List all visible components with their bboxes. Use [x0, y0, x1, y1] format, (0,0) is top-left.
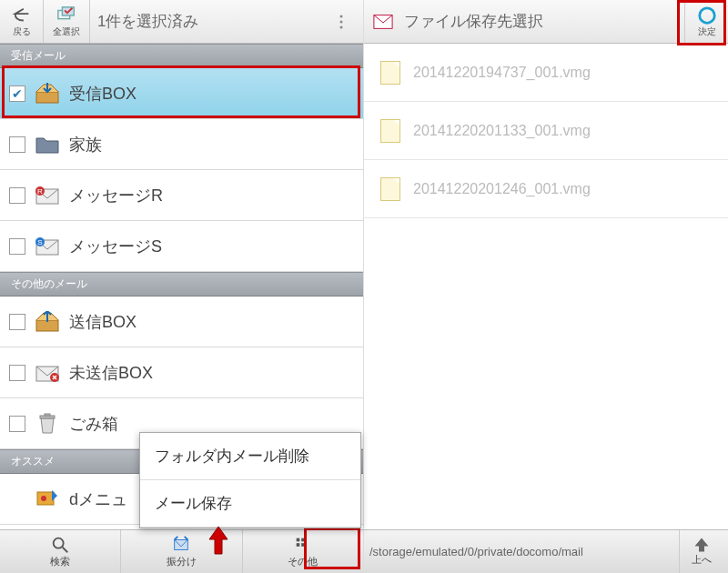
envelope-r-icon: R — [35, 185, 60, 206]
folder-item-messageR[interactable]: R メッセージR — [0, 170, 363, 221]
select-all-button[interactable]: 全選択 — [44, 0, 90, 43]
checkbox-family[interactable] — [9, 136, 25, 153]
file-icon — [380, 61, 400, 85]
svg-rect-22 — [301, 538, 305, 542]
select-all-icon — [56, 5, 76, 25]
list-item[interactable]: 20141220201246_001.vmg — [364, 160, 728, 218]
search-label: 検索 — [50, 555, 70, 568]
svg-point-4 — [340, 25, 343, 28]
checkbox-unsent[interactable] — [9, 365, 25, 381]
outbox-icon — [35, 311, 60, 333]
more-dots-icon — [293, 535, 313, 555]
section-header-inbox: 受信メール — [0, 44, 363, 68]
folder-label: 受信BOX — [69, 83, 136, 105]
back-button[interactable]: 戻る — [0, 0, 44, 43]
svg-rect-24 — [301, 543, 305, 547]
svg-rect-21 — [296, 538, 299, 542]
folder-label: メッセージS — [69, 236, 162, 257]
svg-text:S: S — [37, 238, 42, 246]
search-icon — [50, 535, 70, 555]
folder-item-messageS[interactable]: S メッセージS — [0, 221, 363, 272]
folder-item-unsent[interactable]: 未送信BOX — [0, 347, 363, 398]
right-title: ファイル保存先選択 — [402, 11, 684, 32]
vertical-handle-icon — [337, 12, 346, 32]
list-item[interactable]: 20141220194737_001.vmg — [364, 44, 728, 102]
checkbox-trash[interactable] — [9, 416, 25, 432]
file-name: 20141220201246_001.vmg — [413, 181, 591, 197]
storage-path: /storage/emulated/0/private/docomo/mail — [369, 545, 679, 558]
folder-item-inbox[interactable]: 受信BOX — [0, 68, 363, 119]
file-name: 20141220201133_001.vmg — [413, 123, 591, 139]
up-button[interactable]: 上へ — [679, 530, 723, 573]
folder-label: ごみ箱 — [69, 413, 118, 435]
select-all-label: 全選択 — [53, 25, 80, 38]
folder-item-family[interactable]: 家族 — [0, 119, 363, 170]
folder-icon — [35, 134, 60, 156]
selection-count-title: 1件を選択済み — [90, 11, 319, 32]
right-toolbar: ファイル保存先選択 決定 — [364, 0, 728, 44]
svg-point-18 — [41, 496, 46, 501]
envelope-icon — [373, 12, 393, 32]
left-bottom-toolbar: 検索 振分け その他 — [0, 529, 363, 573]
confirm-button[interactable]: 決定 — [684, 0, 728, 43]
svg-rect-16 — [45, 414, 50, 416]
svg-text:R: R — [37, 187, 43, 196]
list-item[interactable]: 20141220201133_001.vmg — [364, 102, 728, 160]
checkbox-outbox[interactable] — [9, 314, 25, 330]
section-header-other: その他のメール — [0, 272, 363, 297]
unsent-icon — [35, 362, 60, 384]
checkbox-inbox[interactable] — [9, 85, 25, 102]
sort-icon — [171, 535, 191, 555]
trash-icon — [35, 413, 60, 435]
svg-point-2 — [340, 15, 343, 17]
toolbar-divider — [319, 0, 363, 43]
checkbox-msgR[interactable] — [9, 187, 25, 204]
dmenu-icon — [35, 488, 60, 510]
file-icon — [380, 119, 400, 143]
folder-label: 未送信BOX — [69, 362, 153, 384]
back-label: 戻る — [13, 25, 31, 38]
inbox-icon — [35, 83, 60, 105]
path-bar: /storage/emulated/0/private/docomo/mail … — [364, 529, 728, 573]
file-icon — [380, 177, 400, 201]
mail-icon-button — [364, 0, 402, 43]
folder-label: 送信BOX — [69, 311, 136, 333]
folder-label: 家族 — [69, 134, 102, 156]
confirm-circle-icon — [697, 5, 717, 25]
svg-rect-5 — [36, 92, 58, 103]
envelope-s-icon: S — [35, 236, 60, 257]
svg-point-19 — [54, 538, 64, 548]
sort-label: 振分け — [167, 555, 197, 568]
popup-delete-in-folder[interactable]: フォルダ内メール削除 — [140, 433, 360, 480]
folder-item-outbox[interactable]: 送信BOX — [0, 297, 363, 347]
file-name: 20141220194737_001.vmg — [413, 65, 591, 81]
other-button[interactable]: その他 — [243, 530, 363, 573]
svg-point-3 — [340, 20, 343, 23]
checkbox-msgS[interactable] — [9, 238, 25, 255]
search-button[interactable]: 検索 — [0, 530, 121, 573]
up-label: 上へ — [692, 553, 712, 567]
left-toolbar: 戻る 全選択 1件を選択済み — [0, 0, 363, 44]
back-arrow-icon — [12, 5, 32, 25]
red-arrow-icon — [207, 527, 229, 556]
svg-point-26 — [699, 7, 714, 23]
folder-label: dメニュ — [69, 488, 127, 510]
other-label: その他 — [288, 555, 318, 568]
folder-label: メッセージR — [69, 185, 163, 206]
confirm-label: 決定 — [698, 25, 716, 38]
other-popup-menu: フォルダ内メール削除 メール保存 — [139, 432, 361, 528]
popup-save-mail[interactable]: メール保存 — [140, 480, 360, 528]
svg-rect-23 — [296, 543, 299, 547]
up-arrow-icon — [693, 537, 710, 553]
